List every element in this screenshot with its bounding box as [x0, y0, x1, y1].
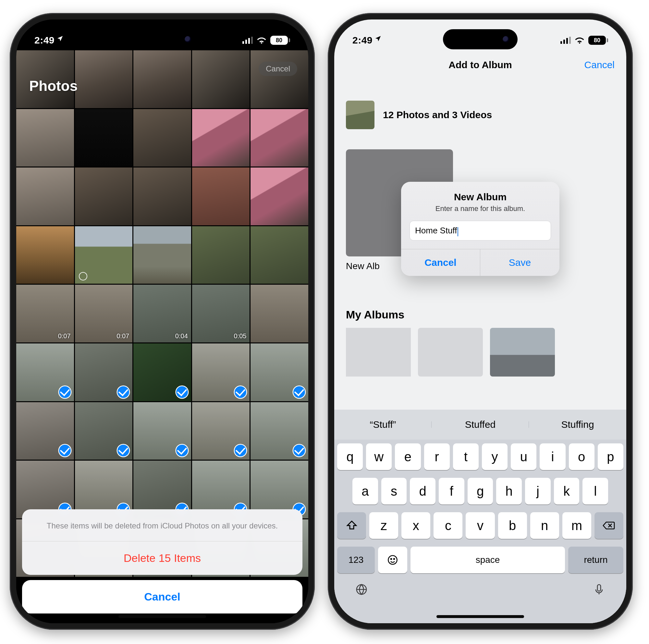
key-q[interactable]: q	[337, 443, 363, 470]
photo-thumb[interactable]	[192, 168, 250, 225]
key-k[interactable]: k	[554, 478, 579, 505]
photo-thumb-selected[interactable]	[133, 402, 191, 460]
dialog-cancel-button[interactable]: Cancel	[401, 249, 480, 276]
key-b[interactable]: b	[498, 512, 527, 539]
photo-thumb-selected[interactable]	[75, 343, 133, 401]
key-c[interactable]: c	[434, 512, 463, 539]
status-time: 2:49	[34, 35, 54, 46]
photo-thumb[interactable]	[16, 168, 74, 225]
photo-thumb[interactable]	[251, 226, 308, 284]
selection-count-label: 12 Photos and 3 Videos	[383, 110, 492, 120]
key-m[interactable]: m	[562, 512, 591, 539]
album-name-input[interactable]: Home Stuff	[409, 221, 551, 241]
album-tile[interactable]	[418, 328, 483, 377]
key-i[interactable]: i	[539, 443, 565, 470]
key-o[interactable]: o	[569, 443, 595, 470]
album-tile[interactable]	[346, 328, 411, 377]
comment-icon	[79, 272, 87, 281]
key-l[interactable]: l	[582, 478, 608, 505]
photo-thumb[interactable]	[16, 226, 74, 284]
photo-thumb[interactable]	[192, 226, 250, 284]
dialog-title: New Album	[401, 182, 559, 205]
photo-thumb[interactable]	[192, 50, 250, 108]
prediction[interactable]: “Stuff”	[334, 419, 432, 430]
delete-items-button[interactable]: Delete 15 Items	[22, 542, 302, 575]
iphone-frame-left: 2:49 80 Photos Cancel	[10, 13, 315, 630]
home-indicator[interactable]	[119, 615, 206, 618]
photo-thumb[interactable]	[251, 109, 308, 167]
video-duration: 0:04	[175, 332, 188, 340]
key-a[interactable]: a	[352, 478, 378, 505]
video-thumb[interactable]: 0:07	[75, 285, 133, 342]
photo-thumb[interactable]	[251, 50, 308, 108]
photo-thumb-selected[interactable]	[251, 343, 308, 401]
photo-thumb[interactable]	[192, 109, 250, 167]
sheet-cancel-button[interactable]: Cancel	[22, 580, 302, 613]
cellular-icon	[560, 37, 571, 44]
photo-thumb-selected[interactable]	[75, 402, 133, 460]
home-indicator[interactable]	[436, 615, 524, 618]
key-v[interactable]: v	[466, 512, 494, 539]
photos-title: Photos	[29, 78, 78, 94]
photo-thumb-selected[interactable]	[16, 343, 74, 401]
photo-thumb[interactable]	[133, 109, 191, 167]
photo-thumb[interactable]	[251, 285, 308, 342]
dynamic-island	[125, 29, 200, 49]
dialog-save-button[interactable]: Save	[480, 249, 559, 276]
selection-cancel-button[interactable]: Cancel	[259, 62, 297, 76]
globe-icon[interactable]	[354, 582, 369, 597]
photo-thumb[interactable]	[16, 109, 74, 167]
key-s[interactable]: s	[381, 478, 407, 505]
key-u[interactable]: u	[511, 443, 536, 470]
key-h[interactable]: h	[496, 478, 522, 505]
key-r[interactable]: r	[424, 443, 450, 470]
space-key[interactable]: space	[410, 547, 565, 573]
photo-thumb[interactable]	[75, 50, 133, 108]
key-y[interactable]: y	[482, 443, 508, 470]
key-f[interactable]: f	[439, 478, 464, 505]
photo-thumb-selected[interactable]	[192, 343, 250, 401]
key-e[interactable]: e	[395, 443, 421, 470]
key-p[interactable]: p	[598, 443, 623, 470]
video-thumb[interactable]: 0:05	[192, 285, 250, 342]
emoji-key[interactable]	[378, 547, 407, 573]
new-album-dialog: New Album Enter a name for this album. H…	[401, 182, 559, 276]
shift-key[interactable]	[337, 512, 366, 539]
key-w[interactable]: w	[366, 443, 392, 470]
photo-thumb[interactable]	[251, 168, 308, 225]
photo-thumb[interactable]	[133, 50, 191, 108]
return-key[interactable]: return	[568, 547, 623, 573]
key-d[interactable]: d	[410, 478, 435, 505]
video-thumb[interactable]: 0:04	[133, 285, 191, 342]
my-albums-row[interactable]	[346, 328, 626, 377]
key-t[interactable]: t	[453, 443, 479, 470]
screen-right: 2:49 80 Add to Album	[334, 19, 626, 623]
key-j[interactable]: j	[525, 478, 551, 505]
key-z[interactable]: z	[369, 512, 398, 539]
keyboard[interactable]: “Stuff” Stuffed Stuffing q w e r t y u i…	[334, 410, 626, 623]
key-n[interactable]: n	[530, 512, 559, 539]
photo-thumb[interactable]	[133, 226, 191, 284]
photo-thumb-selected[interactable]	[16, 402, 74, 460]
album-tile[interactable]	[490, 328, 555, 377]
backspace-key[interactable]	[595, 512, 623, 539]
photo-thumb[interactable]	[75, 109, 133, 167]
photo-thumb[interactable]	[75, 226, 133, 284]
mic-icon[interactable]	[591, 582, 607, 597]
album-name-value: Home Stuff	[415, 226, 457, 235]
photo-thumb-selected[interactable]	[192, 402, 250, 460]
photo-thumb-selected[interactable]	[133, 343, 191, 401]
photo-thumb[interactable]	[133, 168, 191, 225]
photo-thumb-selected[interactable]	[251, 402, 308, 460]
video-thumb[interactable]: 0:07	[16, 285, 74, 342]
prediction[interactable]: Stuffing	[529, 419, 626, 430]
key-x[interactable]: x	[401, 512, 430, 539]
photos-app: 2:49 80 Photos Cancel	[16, 19, 308, 623]
dialog-subtitle: Enter a name for this album.	[401, 205, 559, 221]
photo-thumb[interactable]	[75, 168, 133, 225]
prediction[interactable]: Stuffed	[432, 419, 529, 430]
photo-grid[interactable]: 0:07 0:07 0:04 0:05	[16, 50, 308, 577]
key-g[interactable]: g	[468, 478, 493, 505]
numbers-key[interactable]: 123	[337, 547, 375, 573]
sheet-message: These items will be deleted from iCloud …	[22, 509, 302, 542]
